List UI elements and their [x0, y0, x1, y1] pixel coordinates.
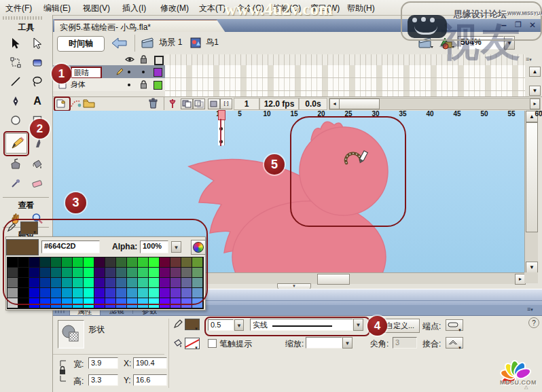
onion-outline-button[interactable]: [193, 99, 205, 109]
modify-onion-markers-button[interactable]: [·]: [220, 99, 232, 109]
lasso-tool[interactable]: [28, 73, 47, 90]
menu-view[interactable]: 视图(V): [83, 3, 110, 14]
delete-layer-trash-button[interactable]: [148, 98, 158, 109]
help-icon[interactable]: ?: [528, 317, 539, 328]
annotation-step-1-label: 1: [58, 67, 65, 80]
annotation-step-1: 1: [52, 64, 71, 84]
paint-bucket-tool[interactable]: [28, 156, 47, 173]
canvas-vscroll-track[interactable]: ▲ ▼: [524, 111, 538, 272]
canvas-hscroll-thumb[interactable]: [317, 274, 350, 285]
annotation-step-3: 3: [65, 192, 86, 213]
playhead-line[interactable]: [220, 119, 221, 146]
lasso-icon: [31, 75, 43, 88]
layer-body-name: 身体: [71, 79, 86, 90]
stroke-hint-label: 笔触提示: [219, 338, 252, 350]
timeline-panel-menu-icon[interactable]: ≡▾: [526, 56, 539, 64]
document-tab[interactable]: 实例5.基础绘画- 小鸟.fla*: [54, 20, 225, 33]
layer-row-body[interactable]: 身体: [53, 78, 165, 92]
keyframe-cell-layer2[interactable]: [218, 132, 225, 145]
free-transform-icon: [10, 56, 22, 69]
timeline-hscroll-right-arrow[interactable]: ▸: [530, 99, 540, 109]
keyframe-cell-layer1[interactable]: [218, 120, 225, 132]
layer-eyes-name-box[interactable]: 眼睛: [71, 67, 102, 79]
oval-tool[interactable]: [6, 112, 25, 128]
pen-tool[interactable]: [6, 93, 25, 109]
free-transform-tool[interactable]: [6, 54, 25, 71]
canvas-vscroll-down-arrow[interactable]: ▼: [526, 262, 538, 273]
constrain-lock-icon[interactable]: [58, 358, 67, 384]
width-input[interactable]: 3.9: [88, 357, 118, 369]
lock-icon[interactable]: [140, 55, 147, 64]
annotation-box-stroke-controls: [204, 317, 370, 336]
watermark-center: www.4u2v.com: [224, 0, 387, 19]
object-type-label: 形状: [88, 324, 105, 336]
ruler-number: 40: [423, 110, 437, 118]
y-input[interactable]: 16.6: [133, 374, 167, 386]
ruler-number: 60: [532, 110, 542, 118]
layer-body-visible-dot[interactable]: [128, 84, 130, 86]
menu-insert[interactable]: 插入(I): [122, 3, 146, 14]
layer-eyes-visible-dot[interactable]: [128, 71, 130, 73]
cap-style-arrow[interactable]: ▼: [458, 328, 462, 332]
menu-text[interactable]: 文本(T): [199, 3, 225, 14]
layer-body-lock-icon[interactable]: [140, 80, 147, 89]
eyedropper-tool[interactable]: [6, 175, 25, 192]
custom-stroke-label: 自定义...: [386, 321, 414, 329]
playhead-frame-marker[interactable]: [218, 110, 225, 120]
ink-bottle-tool[interactable]: [6, 156, 25, 173]
outline-icon[interactable]: [154, 56, 164, 65]
back-arrow-button[interactable]: [110, 35, 129, 51]
eraser-tool[interactable]: [28, 175, 47, 192]
selection-arrow-icon: [10, 37, 22, 50]
frames-area[interactable]: [165, 65, 525, 96]
width-label: 宽:: [73, 359, 84, 370]
ruler-number: 55: [505, 110, 518, 118]
edit-multiple-frames-button[interactable]: [208, 99, 220, 109]
canvas-vscroll-thumb[interactable]: [526, 122, 538, 232]
subselection-tool[interactable]: [28, 35, 47, 52]
menu-modify[interactable]: 修改(M): [160, 3, 189, 14]
layer-header: [53, 54, 165, 66]
add-motion-guide-button[interactable]: [70, 99, 82, 108]
timeline-toggle-button[interactable]: 时间轴: [57, 36, 105, 52]
eyedropper-icon: [10, 177, 22, 190]
symbol-breadcrumb[interactable]: 鸟1: [190, 37, 219, 50]
join-style-arrow[interactable]: ▼: [458, 346, 462, 350]
layer-eyes-lock-dot[interactable]: [142, 71, 145, 73]
gradient-transform-tool[interactable]: [28, 54, 47, 71]
timeline-hscroll-track[interactable]: ◂ ▸: [329, 98, 541, 110]
annotation-step-4: 4: [367, 316, 387, 336]
text-tool[interactable]: A: [28, 93, 47, 109]
scene-breadcrumb[interactable]: 场景 1: [141, 37, 182, 50]
stroke-hint-checkbox[interactable]: [208, 339, 217, 348]
annotation-step-5-label: 5: [271, 158, 278, 171]
selection-tool[interactable]: [6, 35, 25, 52]
annotation-box-pencil-tool: [3, 131, 29, 156]
line-tool[interactable]: [6, 73, 25, 90]
miter-input[interactable]: 3: [393, 337, 417, 349]
x-input[interactable]: 190.4: [133, 357, 167, 369]
timeline-hscroll-left-arrow[interactable]: ◂: [329, 99, 340, 109]
annotation-box-color-popup: [3, 219, 208, 305]
height-input[interactable]: 3.3: [88, 374, 118, 386]
fill-color-swatch-arrow[interactable]: ▼: [194, 346, 198, 350]
layer-body-outline-swatch[interactable]: [153, 81, 162, 90]
timeline-hscroll-thumb[interactable]: [339, 99, 380, 109]
timeline-vscroll-up-arrow[interactable]: ▲: [529, 67, 541, 77]
frame-rate-display[interactable]: 12.0 fps: [259, 98, 299, 110]
insert-folder-button[interactable]: [83, 99, 95, 108]
annotation-box-insert-layer: [54, 96, 71, 111]
stroke-color-swatch-arrow[interactable]: ▼: [194, 327, 198, 331]
center-frame-button[interactable]: [168, 99, 177, 109]
height-label: 高:: [73, 376, 84, 387]
onion-skin-button[interactable]: [181, 99, 193, 109]
layer-eyes-outline-swatch[interactable]: [153, 68, 162, 77]
timeline-vscroll-down-arrow[interactable]: ▼: [529, 86, 541, 96]
menu-file[interactable]: 文件(F): [5, 3, 32, 14]
menu-edit[interactable]: 编辑(E): [43, 3, 71, 14]
properties-panel-menu-icon[interactable]: ≡▾: [527, 306, 533, 313]
eye-icon[interactable]: [125, 56, 134, 63]
toolbar-gripper[interactable]: [3, 16, 43, 20]
scale-dropdown[interactable]: [306, 337, 342, 349]
scale-dropdown-button[interactable]: ▼: [342, 337, 353, 349]
